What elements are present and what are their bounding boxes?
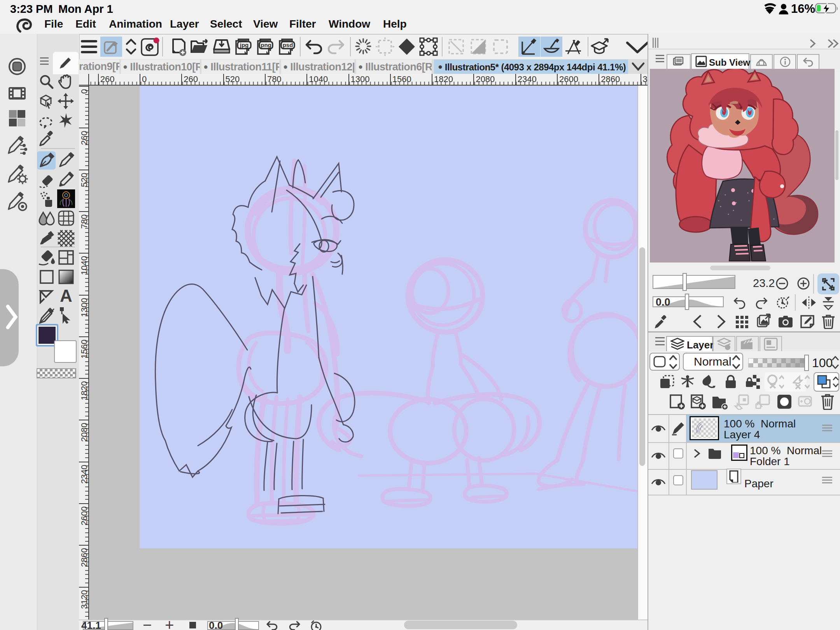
- svg-text:psd: psd: [283, 42, 293, 48]
- svg-text:jpg: jpg: [240, 42, 249, 48]
- svg-text:png: png: [261, 42, 271, 48]
- svg-text:A: A: [60, 288, 72, 304]
